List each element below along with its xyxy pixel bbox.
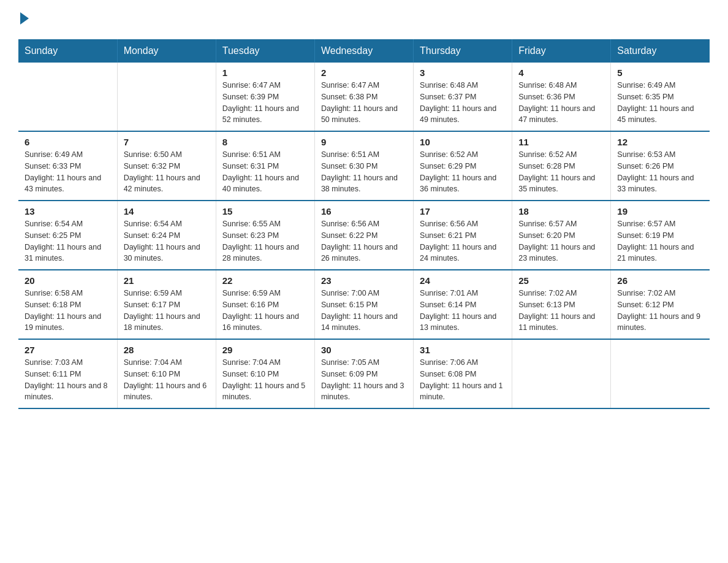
calendar-cell: 21Sunrise: 6:59 AMSunset: 6:17 PMDayligh… <box>117 270 216 339</box>
calendar-cell: 16Sunrise: 6:56 AMSunset: 6:22 PMDayligh… <box>314 201 413 270</box>
calendar-cell: 20Sunrise: 6:58 AMSunset: 6:18 PMDayligh… <box>18 270 117 339</box>
day-number: 31 <box>420 345 506 355</box>
day-number: 27 <box>25 345 111 355</box>
day-sun-info: Sunrise: 7:06 AMSunset: 6:08 PMDaylight:… <box>420 357 506 403</box>
day-number: 3 <box>420 67 506 78</box>
calendar-cell: 10Sunrise: 6:52 AMSunset: 6:29 PMDayligh… <box>414 131 512 201</box>
calendar-cell: 17Sunrise: 6:56 AMSunset: 6:21 PMDayligh… <box>414 201 512 270</box>
day-number: 21 <box>124 275 210 286</box>
day-sun-info: Sunrise: 7:03 AMSunset: 6:11 PMDaylight:… <box>25 357 111 403</box>
day-number: 20 <box>25 275 111 286</box>
day-sun-info: Sunrise: 7:00 AMSunset: 6:15 PMDaylight:… <box>321 288 407 334</box>
calendar-cell: 18Sunrise: 6:57 AMSunset: 6:20 PMDayligh… <box>512 201 611 270</box>
calendar-cell: 1Sunrise: 6:47 AMSunset: 6:39 PMDaylight… <box>216 63 314 131</box>
calendar-cell: 15Sunrise: 6:55 AMSunset: 6:23 PMDayligh… <box>216 201 314 270</box>
calendar-cell: 12Sunrise: 6:53 AMSunset: 6:26 PMDayligh… <box>611 131 710 201</box>
day-number: 22 <box>222 275 308 286</box>
calendar-cell: 31Sunrise: 7:06 AMSunset: 6:08 PMDayligh… <box>414 339 512 408</box>
day-sun-info: Sunrise: 6:48 AMSunset: 6:36 PMDaylight:… <box>518 80 604 126</box>
day-sun-info: Sunrise: 6:49 AMSunset: 6:35 PMDaylight:… <box>617 80 703 126</box>
calendar-table: SundayMondayTuesdayWednesdayThursdayFrid… <box>18 39 710 409</box>
day-number: 24 <box>420 275 506 286</box>
day-number: 11 <box>518 137 604 147</box>
day-sun-info: Sunrise: 6:53 AMSunset: 6:26 PMDaylight:… <box>617 149 703 195</box>
day-number: 30 <box>321 345 407 355</box>
calendar-cell: 9Sunrise: 6:51 AMSunset: 6:30 PMDaylight… <box>314 131 413 201</box>
calendar-cell: 22Sunrise: 6:59 AMSunset: 6:16 PMDayligh… <box>216 270 314 339</box>
calendar-cell: 26Sunrise: 7:02 AMSunset: 6:12 PMDayligh… <box>611 270 710 339</box>
calendar-cell: 4Sunrise: 6:48 AMSunset: 6:36 PMDaylight… <box>512 63 611 131</box>
calendar-cell: 2Sunrise: 6:47 AMSunset: 6:38 PMDaylight… <box>314 63 413 131</box>
calendar-cell: 23Sunrise: 7:00 AMSunset: 6:15 PMDayligh… <box>314 270 413 339</box>
day-number: 10 <box>420 137 506 147</box>
calendar-cell <box>18 63 117 131</box>
calendar-cell: 29Sunrise: 7:04 AMSunset: 6:10 PMDayligh… <box>216 339 314 408</box>
calendar-week-row: 27Sunrise: 7:03 AMSunset: 6:11 PMDayligh… <box>18 339 710 408</box>
day-sun-info: Sunrise: 7:04 AMSunset: 6:10 PMDaylight:… <box>222 357 308 403</box>
day-sun-info: Sunrise: 6:47 AMSunset: 6:38 PMDaylight:… <box>321 80 407 126</box>
calendar-cell: 30Sunrise: 7:05 AMSunset: 6:09 PMDayligh… <box>314 339 413 408</box>
day-sun-info: Sunrise: 6:50 AMSunset: 6:32 PMDaylight:… <box>124 149 210 195</box>
day-number: 26 <box>617 275 703 286</box>
calendar-cell <box>512 339 611 408</box>
day-sun-info: Sunrise: 6:51 AMSunset: 6:30 PMDaylight:… <box>321 149 407 195</box>
day-number: 18 <box>518 206 604 216</box>
day-number: 29 <box>222 345 308 355</box>
day-sun-info: Sunrise: 6:49 AMSunset: 6:33 PMDaylight:… <box>25 149 111 195</box>
calendar-cell: 13Sunrise: 6:54 AMSunset: 6:25 PMDayligh… <box>18 201 117 270</box>
weekday-header-saturday: Saturday <box>611 39 710 63</box>
day-number: 25 <box>518 275 604 286</box>
day-sun-info: Sunrise: 6:48 AMSunset: 6:37 PMDaylight:… <box>420 80 506 126</box>
day-sun-info: Sunrise: 6:59 AMSunset: 6:16 PMDaylight:… <box>222 288 308 334</box>
calendar-cell: 8Sunrise: 6:51 AMSunset: 6:31 PMDaylight… <box>216 131 314 201</box>
day-number: 9 <box>321 137 407 147</box>
day-sun-info: Sunrise: 6:54 AMSunset: 6:24 PMDaylight:… <box>124 218 210 264</box>
calendar-week-row: 20Sunrise: 6:58 AMSunset: 6:18 PMDayligh… <box>18 270 710 339</box>
day-number: 17 <box>420 206 506 216</box>
calendar-cell: 24Sunrise: 7:01 AMSunset: 6:14 PMDayligh… <box>414 270 512 339</box>
day-sun-info: Sunrise: 7:01 AMSunset: 6:14 PMDaylight:… <box>420 288 506 334</box>
day-sun-info: Sunrise: 6:52 AMSunset: 6:29 PMDaylight:… <box>420 149 506 195</box>
day-number: 16 <box>321 206 407 216</box>
day-number: 5 <box>617 67 703 78</box>
calendar-cell: 14Sunrise: 6:54 AMSunset: 6:24 PMDayligh… <box>117 201 216 270</box>
day-sun-info: Sunrise: 6:56 AMSunset: 6:22 PMDaylight:… <box>321 218 407 264</box>
day-sun-info: Sunrise: 6:52 AMSunset: 6:28 PMDaylight:… <box>518 149 604 195</box>
day-number: 7 <box>124 137 210 147</box>
day-number: 8 <box>222 137 308 147</box>
day-sun-info: Sunrise: 6:51 AMSunset: 6:31 PMDaylight:… <box>222 149 308 195</box>
day-number: 28 <box>124 345 210 355</box>
calendar-cell: 5Sunrise: 6:49 AMSunset: 6:35 PMDaylight… <box>611 63 710 131</box>
calendar-cell: 19Sunrise: 6:57 AMSunset: 6:19 PMDayligh… <box>611 201 710 270</box>
weekday-header-tuesday: Tuesday <box>216 39 314 63</box>
day-sun-info: Sunrise: 6:47 AMSunset: 6:39 PMDaylight:… <box>222 80 308 126</box>
day-sun-info: Sunrise: 6:58 AMSunset: 6:18 PMDaylight:… <box>25 288 111 334</box>
calendar-cell: 3Sunrise: 6:48 AMSunset: 6:37 PMDaylight… <box>414 63 512 131</box>
day-sun-info: Sunrise: 7:02 AMSunset: 6:13 PMDaylight:… <box>518 288 604 334</box>
header <box>18 12 710 28</box>
day-sun-info: Sunrise: 6:55 AMSunset: 6:23 PMDaylight:… <box>222 218 308 264</box>
day-number: 1 <box>222 67 308 78</box>
day-number: 4 <box>518 67 604 78</box>
weekday-header-wednesday: Wednesday <box>314 39 413 63</box>
day-number: 19 <box>617 206 703 216</box>
logo-triangle-icon <box>20 12 29 25</box>
calendar-week-row: 13Sunrise: 6:54 AMSunset: 6:25 PMDayligh… <box>18 201 710 270</box>
weekday-header-friday: Friday <box>512 39 611 63</box>
weekday-header-monday: Monday <box>117 39 216 63</box>
day-sun-info: Sunrise: 7:04 AMSunset: 6:10 PMDaylight:… <box>124 357 210 403</box>
calendar-week-row: 6Sunrise: 6:49 AMSunset: 6:33 PMDaylight… <box>18 131 710 201</box>
day-sun-info: Sunrise: 7:05 AMSunset: 6:09 PMDaylight:… <box>321 357 407 403</box>
day-number: 6 <box>25 137 111 147</box>
calendar-cell: 7Sunrise: 6:50 AMSunset: 6:32 PMDaylight… <box>117 131 216 201</box>
day-number: 23 <box>321 275 407 286</box>
day-number: 2 <box>321 67 407 78</box>
day-sun-info: Sunrise: 6:57 AMSunset: 6:19 PMDaylight:… <box>617 218 703 264</box>
calendar-cell: 27Sunrise: 7:03 AMSunset: 6:11 PMDayligh… <box>18 339 117 408</box>
day-sun-info: Sunrise: 7:02 AMSunset: 6:12 PMDaylight:… <box>617 288 703 334</box>
logo <box>18 12 29 28</box>
weekday-header-row: SundayMondayTuesdayWednesdayThursdayFrid… <box>18 39 710 63</box>
day-number: 13 <box>25 206 111 216</box>
weekday-header-sunday: Sunday <box>18 39 117 63</box>
day-sun-info: Sunrise: 6:54 AMSunset: 6:25 PMDaylight:… <box>25 218 111 264</box>
